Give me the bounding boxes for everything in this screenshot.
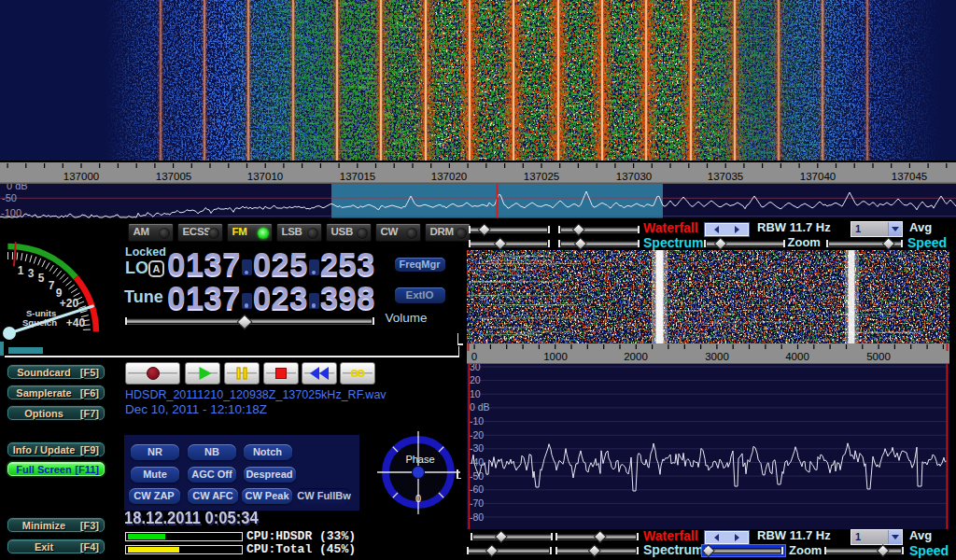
svg-text:0: 0 [471, 351, 477, 362]
svg-text:-20: -20 [470, 429, 484, 441]
svg-text:5000: 5000 [866, 351, 891, 362]
svg-text:3: 3 [28, 267, 35, 280]
svg-text:137005: 137005 [156, 171, 191, 182]
svg-text:-80: -80 [470, 511, 484, 523]
svg-text:-40: -40 [470, 456, 484, 468]
svg-text:137015: 137015 [340, 171, 375, 182]
svg-text:4000: 4000 [785, 351, 809, 362]
svg-text:137020: 137020 [431, 171, 467, 182]
svg-text:20: 20 [470, 374, 481, 385]
svg-text:0 dB: 0 dB [7, 184, 28, 191]
svg-text:137030: 137030 [616, 171, 652, 182]
svg-text:Squelch: Squelch [22, 317, 57, 328]
svg-text:-60: -60 [470, 483, 484, 495]
svg-text:+20: +20 [60, 297, 79, 310]
svg-text:137045: 137045 [892, 171, 927, 182]
svg-text:-50: -50 [2, 192, 17, 203]
svg-text:3000: 3000 [705, 351, 729, 362]
svg-text:1: 1 [18, 264, 24, 277]
svg-text:Phase: Phase [405, 454, 434, 465]
svg-text:0: 0 [415, 493, 421, 504]
svg-text:1000: 1000 [543, 351, 568, 362]
svg-text:7: 7 [49, 279, 55, 292]
svg-text:-30: -30 [470, 442, 484, 454]
svg-text:137025: 137025 [524, 171, 559, 182]
svg-text:-100: -100 [1, 207, 21, 218]
svg-text:+40: +40 [66, 316, 86, 329]
svg-text:-10: -10 [470, 415, 484, 427]
svg-text:5: 5 [38, 272, 45, 285]
svg-text:-50: -50 [470, 470, 484, 482]
svg-text:-70: -70 [470, 497, 484, 509]
svg-text:2000: 2000 [624, 351, 648, 362]
svg-text:30: 30 [470, 364, 481, 372]
svg-text:137035: 137035 [708, 171, 743, 182]
svg-text:10: 10 [470, 388, 481, 399]
svg-text:137010: 137010 [247, 171, 283, 182]
svg-text:137040: 137040 [800, 171, 836, 182]
svg-text:0 dB: 0 dB [470, 401, 490, 413]
svg-text:137000: 137000 [63, 171, 99, 182]
